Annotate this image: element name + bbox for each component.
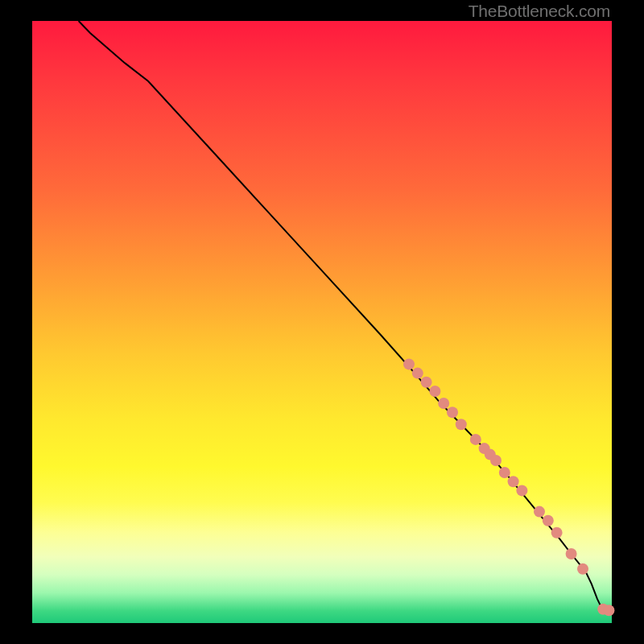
marker-point: [412, 368, 423, 379]
marker-point: [516, 485, 527, 496]
marker-point: [429, 386, 440, 397]
marker-point: [543, 515, 554, 526]
marker-point: [508, 476, 519, 487]
marker-point: [566, 548, 577, 559]
marker-point: [470, 434, 481, 445]
marker-point: [490, 455, 502, 466]
watermark-text: TheBottleneck.com: [469, 2, 610, 21]
chart-svg: [32, 21, 612, 623]
marker-point: [456, 419, 467, 430]
marker-point: [577, 564, 588, 575]
marker-point: [499, 467, 510, 478]
plot-area: [32, 21, 612, 623]
marker-point: [447, 407, 458, 418]
marker-point: [603, 605, 614, 616]
marker-point: [421, 377, 432, 388]
marker-point: [438, 398, 449, 409]
marker-point: [403, 358, 415, 369]
marker-point: [534, 506, 545, 518]
bottleneck-curve: [79, 21, 606, 611]
marker-point: [551, 527, 563, 539]
chart-frame: TheBottleneck.com: [0, 0, 644, 644]
